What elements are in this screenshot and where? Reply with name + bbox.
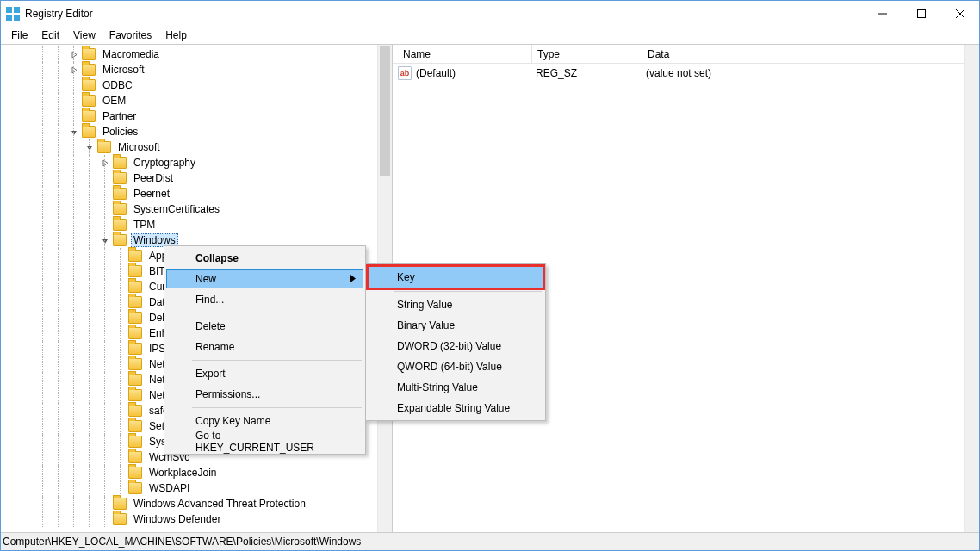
folder-icon (128, 327, 142, 339)
submenu-item[interactable]: DWORD (32-bit) Value (368, 336, 543, 356)
tree-item[interactable]: Windows Advanced Threat Protection (1, 496, 392, 511)
chevron-right-icon[interactable] (70, 50, 78, 59)
tree-item-label: Windows Defender (131, 512, 223, 526)
tree-spacer (70, 112, 78, 121)
ctx-item[interactable]: Copy Key Name (166, 411, 363, 431)
submenu-item-label: Key (397, 271, 415, 283)
tree-item[interactable]: Microsoft (1, 139, 392, 155)
submenu-item[interactable]: QWORD (64-bit) Value (368, 356, 543, 377)
folder-icon (128, 296, 142, 308)
tree-item-label: Windows Advanced Threat Protection (131, 497, 308, 511)
submenu-item[interactable]: Expandable String Value (368, 398, 543, 418)
ctx-item[interactable]: Find... (166, 289, 363, 310)
ctx-item[interactable]: New (166, 269, 363, 288)
maximize-button[interactable] (902, 1, 940, 27)
tree-item[interactable]: Windows Defender (1, 511, 392, 527)
menu-view[interactable]: View (66, 28, 102, 43)
submenu-item[interactable]: Multi-String Value (368, 377, 543, 398)
folder-icon (128, 312, 142, 324)
chevron-down-icon[interactable] (70, 127, 78, 136)
tree-spacer (70, 81, 78, 90)
folder-icon (128, 374, 142, 386)
tree-spacer (116, 313, 125, 322)
tree-item-label: WSDAPI (146, 481, 192, 495)
scrollbar-thumb[interactable] (380, 46, 390, 176)
folder-icon (113, 513, 127, 525)
chevron-right-icon[interactable] (70, 65, 78, 74)
minimize-button[interactable] (863, 1, 902, 27)
tree-item[interactable]: Policies (1, 124, 392, 139)
tree-spacer (116, 406, 125, 415)
folder-icon (82, 79, 96, 91)
menubar: File Edit View Favorites Help (1, 27, 979, 44)
tree-item[interactable]: WorkplaceJoin (1, 465, 392, 480)
tree-item[interactable]: Microsoft (1, 62, 392, 77)
tree-spacer (101, 499, 109, 508)
col-name[interactable]: Name (398, 45, 532, 63)
svg-rect-5 (917, 10, 925, 18)
titlebar: Registry Editor (1, 1, 979, 27)
menu-help[interactable]: Help (158, 28, 194, 43)
folder-icon (128, 250, 142, 262)
submenu-item-label: DWORD (32-bit) Value (397, 340, 501, 352)
chevron-right-icon[interactable] (101, 158, 109, 167)
col-type[interactable]: Type (532, 45, 642, 63)
tree-item[interactable]: Peernet (1, 186, 392, 201)
ctx-item[interactable]: Go to HKEY_CURRENT_USER (166, 431, 363, 452)
tree-item[interactable]: Partner (1, 108, 392, 124)
tree-item[interactable]: PeerDist (1, 170, 392, 186)
menu-favorites[interactable]: Favorites (102, 28, 158, 43)
submenu-item[interactable]: Key (368, 266, 543, 288)
tree-spacer (116, 375, 125, 384)
context-menu[interactable]: CollapseNewFind...DeleteRenameExportPerm… (164, 245, 366, 455)
ctx-item[interactable]: Collapse (166, 248, 363, 269)
status-path: Computer\HKEY_LOCAL_MACHINE\SOFTWARE\Pol… (3, 536, 361, 548)
tree-spacer (116, 360, 125, 368)
tree-item[interactable]: SystemCertificates (1, 201, 392, 217)
folder-icon (82, 64, 96, 76)
chevron-down-icon[interactable] (85, 143, 94, 152)
values-scrollbar[interactable] (964, 45, 979, 532)
submenu-item-label: Expandable String Value (397, 402, 510, 414)
menu-edit[interactable]: Edit (34, 28, 66, 43)
ctx-item[interactable]: Delete (166, 316, 363, 337)
folder-icon (82, 95, 96, 107)
ctx-item-label: Collapse (195, 252, 239, 264)
folder-icon (113, 157, 127, 169)
ctx-item[interactable]: Export (166, 363, 363, 384)
ctx-item[interactable]: Permissions... (166, 384, 363, 405)
tree-item-label: OEM (100, 94, 128, 108)
ctx-item-label: Go to HKEY_CURRENT_USER (195, 430, 338, 454)
submenu-item-label: Multi-String Value (397, 381, 478, 393)
tree-item[interactable]: WSDAPI (1, 480, 392, 496)
ctx-item-label: Delete (195, 320, 226, 332)
tree-item-label: Partner (100, 109, 139, 123)
tree-item[interactable]: OEM (1, 93, 392, 108)
tree-item[interactable]: ODBC (1, 77, 392, 93)
ctx-item[interactable]: Rename (166, 337, 363, 357)
value-name: (Default) (416, 67, 530, 79)
tree-item-label: Microsoft (115, 140, 163, 154)
ctx-item-label: New (195, 273, 216, 285)
new-submenu[interactable]: KeyString ValueBinary ValueDWORD (32-bit… (365, 263, 546, 421)
tree-spacer (116, 267, 125, 276)
folder-icon (128, 405, 142, 417)
tree-item[interactable]: TPM (1, 217, 392, 232)
folder-icon (128, 482, 142, 494)
chevron-down-icon[interactable] (101, 236, 109, 245)
tree-item[interactable]: Cryptography (1, 155, 392, 170)
value-type: REG_SZ (530, 67, 641, 79)
folder-icon (82, 110, 96, 122)
menu-file[interactable]: File (4, 28, 34, 43)
tree-item-label: ODBC (100, 78, 135, 92)
tree-item[interactable]: Macromedia (1, 46, 392, 62)
folder-icon (128, 358, 142, 370)
column-headers: Name Type Data (393, 45, 979, 64)
submenu-item[interactable]: Binary Value (368, 315, 543, 336)
col-data[interactable]: Data (642, 45, 979, 63)
value-row[interactable]: ab (Default) REG_SZ (value not set) (393, 64, 979, 83)
submenu-item[interactable]: String Value (368, 294, 543, 315)
tree-spacer (116, 251, 125, 260)
folder-icon (128, 389, 142, 401)
close-button[interactable] (940, 1, 979, 27)
